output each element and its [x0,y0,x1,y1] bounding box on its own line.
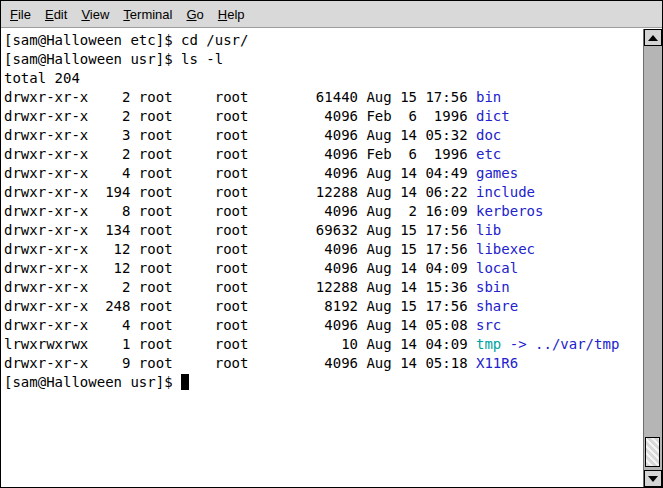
terminal-text: [sam@Halloween etc]$ cd /usr/ [4,32,248,48]
arrow-down-icon [648,476,658,482]
directory-name: src [476,317,501,333]
terminal-cursor [181,374,189,390]
directory-name: games [476,165,518,181]
terminal-line: total 204 [4,69,643,88]
terminal-window: FileEditViewTerminalGoHelp [sam@Hallowee… [0,0,663,488]
terminal-text: drwxr-xr-x 12 root root 4096 Aug 14 04:0… [4,260,476,276]
directory-name: etc [476,146,501,162]
terminal-line: drwxr-xr-x 12 root root 4096 Aug 15 17:5… [4,240,643,259]
terminal-line: drwxr-xr-x 8 root root 4096 Aug 2 16:09 … [4,202,643,221]
terminal-text: drwxr-xr-x 194 root root 12288 Aug 14 06… [4,184,476,200]
terminal-text: drwxr-xr-x 4 root root 4096 Aug 14 04:49 [4,165,476,181]
terminal-line: drwxr-xr-x 12 root root 4096 Aug 14 04:0… [4,259,643,278]
terminal-text: drwxr-xr-x 2 root root 4096 Feb 6 1996 [4,146,476,162]
menu-bar: FileEditViewTerminalGoHelp [1,1,662,28]
terminal-text: drwxr-xr-x 3 root root 4096 Aug 14 05:32 [4,127,476,143]
menu-item-go[interactable]: Go [179,2,210,27]
directory-name: dict [476,108,510,124]
terminal-text: drwxr-xr-x 8 root root 4096 Aug 2 16:09 [4,203,476,219]
terminal-line: drwxr-xr-x 2 root root 61440 Aug 15 17:5… [4,88,643,107]
scroll-up-button[interactable] [644,29,662,46]
terminal-text: drwxr-xr-x 4 root root 4096 Aug 14 05:08 [4,317,476,333]
terminal-line: [sam@Halloween usr]$ ls -l [4,50,643,69]
terminal-line: drwxr-xr-x 134 root root 69632 Aug 15 17… [4,221,643,240]
menu-item-terminal[interactable]: Terminal [116,2,179,27]
menu-item-edit[interactable]: Edit [38,2,74,27]
terminal-line: drwxr-xr-x 2 root root 12288 Aug 14 15:3… [4,278,643,297]
terminal-output[interactable]: [sam@Halloween etc]$ cd /usr/[sam@Hallow… [1,29,643,487]
terminal-line: drwxr-xr-x 248 root root 8192 Aug 15 17:… [4,297,643,316]
scroll-down-button[interactable] [644,470,662,487]
terminal-text: drwxr-xr-x 2 root root 4096 Feb 6 1996 [4,108,476,124]
terminal-line: drwxr-xr-x 2 root root 4096 Feb 6 1996 e… [4,145,643,164]
terminal-text: drwxr-xr-x 12 root root 4096 Aug 15 17:5… [4,241,476,257]
directory-name: bin [476,89,501,105]
terminal-line: drwxr-xr-x 4 root root 4096 Aug 14 04:49… [4,164,643,183]
directory-name: share [476,298,518,314]
terminal-text: drwxr-xr-x 9 root root 4096 Aug 14 05:18 [4,355,476,371]
terminal-text: total 204 [4,70,80,86]
directory-name: doc [476,127,501,143]
directory-name: libexec [476,241,535,257]
terminal-text: lrwxrwxrwx 1 root root 10 Aug 14 04:09 [4,336,476,352]
scrollbar [643,29,662,487]
directory-name: -> ../var/tmp [501,336,619,352]
terminal-line: drwxr-xr-x 9 root root 4096 Aug 14 05:18… [4,354,643,373]
menu-item-file[interactable]: File [3,2,38,27]
terminal-text: drwxr-xr-x 248 root root 8192 Aug 15 17:… [4,298,476,314]
menu-item-help[interactable]: Help [211,2,252,27]
terminal-line: drwxr-xr-x 2 root root 4096 Feb 6 1996 d… [4,107,643,126]
directory-name: X11R6 [476,355,518,371]
terminal-text: drwxr-xr-x 2 root root 61440 Aug 15 17:5… [4,89,476,105]
directory-name: sbin [476,279,510,295]
scrollbar-thumb[interactable] [645,437,660,467]
terminal-line: drwxr-xr-x 4 root root 4096 Aug 14 05:08… [4,316,643,335]
terminal-line: [sam@Halloween usr]$ [4,373,643,392]
terminal-line: drwxr-xr-x 3 root root 4096 Aug 14 05:32… [4,126,643,145]
terminal-line: lrwxrwxrwx 1 root root 10 Aug 14 04:09 t… [4,335,643,354]
directory-name: kerberos [476,203,543,219]
terminal-text: [sam@Halloween usr]$ [4,374,181,390]
terminal-text: drwxr-xr-x 2 root root 12288 Aug 14 15:3… [4,279,476,295]
directory-name: include [476,184,535,200]
symlink-name: tmp [476,336,501,352]
terminal-text: [sam@Halloween usr]$ ls -l [4,51,223,67]
menu-item-view[interactable]: View [74,2,116,27]
terminal-line: drwxr-xr-x 194 root root 12288 Aug 14 06… [4,183,643,202]
directory-name: lib [476,222,501,238]
terminal-text: drwxr-xr-x 134 root root 69632 Aug 15 17… [4,222,476,238]
directory-name: local [476,260,518,276]
terminal-line: [sam@Halloween etc]$ cd /usr/ [4,31,643,50]
scrollbar-track[interactable] [644,46,662,470]
arrow-up-icon [648,35,658,41]
